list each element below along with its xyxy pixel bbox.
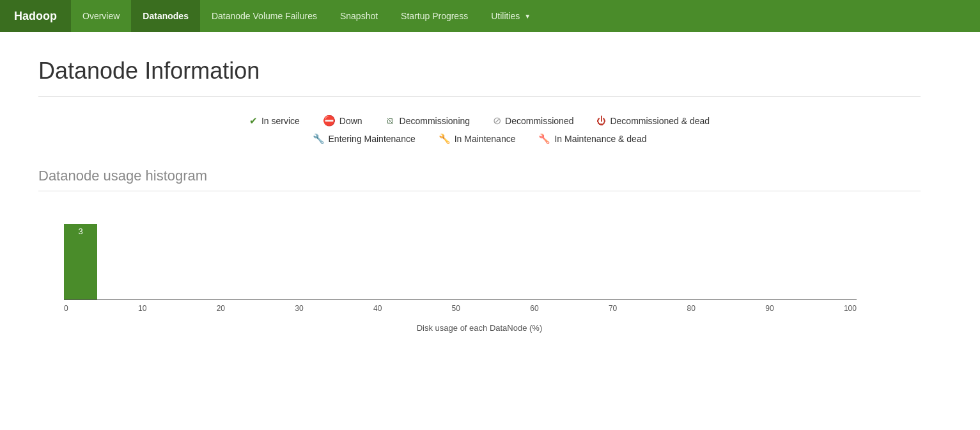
x-tick: 80 [687,304,696,313]
x-ticks: 0102030405060708090100 [64,304,857,313]
in-maintenance-icon: 🔧 [439,133,451,145]
histogram-bar-0: 3 [64,224,97,299]
histogram-divider [38,191,921,191]
nav-item-utilities[interactable]: Utilities ▼ [479,0,542,32]
utilities-caret-icon: ▼ [524,13,531,20]
chart-wrapper: 3 0102030405060708090100 [38,211,869,319]
x-tick: 0 [64,304,68,313]
in-maintenance-dead-icon: 🔧 [538,133,550,145]
entering-maintenance-icon: 🔧 [313,133,325,145]
nav-item-datanode-volume-failures[interactable]: Datanode Volume Failures [200,0,329,32]
legend-decommissioning: ⦻ Decommissioning [385,115,470,127]
legend-entering-maintenance: 🔧 Entering Maintenance [313,133,416,145]
histogram-title: Datanode usage histogram [38,168,921,184]
legend-down-label: Down [339,116,362,126]
legend-decommissioned: ⊘ Decommissioned [493,115,573,127]
navbar: Hadoop Overview Datanodes Datanode Volum… [0,0,980,32]
nav-item-startup-progress[interactable]: Startup Progress [389,0,479,32]
nav-item-overview[interactable]: Overview [71,0,131,32]
x-tick: 40 [373,304,382,313]
x-tick: 100 [844,304,857,313]
x-tick: 10 [138,304,146,313]
decommissioned-icon: ⊘ [493,115,501,127]
legend-decommissioned-dead: ⏻ Decommissioned & dead [596,115,710,126]
x-tick: 50 [452,304,460,313]
legend-in-maintenance-dead-label: In Maintenance & dead [554,134,646,144]
nav-item-datanodes[interactable]: Datanodes [131,0,200,32]
legend-in-maintenance: 🔧 In Maintenance [439,133,516,145]
check-icon: ✔ [249,115,258,127]
legend-decommissioning-label: Decommissioning [400,116,470,126]
legend-area: ✔ In service ⛔ Down ⦻ Decommissioning ⊘ … [38,115,921,145]
x-tick: 70 [609,304,617,313]
legend-row-1: ✔ In service ⛔ Down ⦻ Decommissioning ⊘ … [249,115,710,127]
page-title: Datanode Information [38,58,921,84]
decommissioned-dead-icon: ⏻ [596,115,606,126]
x-axis-label: Disk usage of each DataNode (%) [38,323,921,333]
bar-value: 3 [78,227,82,236]
legend-entering-maintenance-label: Entering Maintenance [329,134,416,144]
x-axis-line [64,299,857,300]
x-tick: 60 [530,304,538,313]
down-icon: ⛔ [323,115,336,127]
legend-decommissioned-label: Decommissioned [505,116,573,126]
legend-down: ⛔ Down [323,115,362,127]
decommissioning-icon: ⦻ [385,115,396,127]
legend-decommissioned-dead-label: Decommissioned & dead [610,116,710,126]
x-tick: 90 [765,304,774,313]
legend-in-maintenance-label: In Maintenance [455,134,516,144]
legend-in-maintenance-dead: 🔧 In Maintenance & dead [538,133,646,145]
legend-in-service: ✔ In service [249,115,300,127]
nav-item-snapshot[interactable]: Snapshot [329,0,389,32]
x-tick: 20 [217,304,225,313]
x-tick: 30 [295,304,303,313]
title-divider [38,96,921,97]
nav-brand[interactable]: Hadoop [0,0,71,32]
page-content: Datanode Information ✔ In service ⛔ Down… [0,32,959,358]
legend-in-service-label: In service [261,116,300,126]
legend-row-2: 🔧 Entering Maintenance 🔧 In Maintenance … [313,133,647,145]
